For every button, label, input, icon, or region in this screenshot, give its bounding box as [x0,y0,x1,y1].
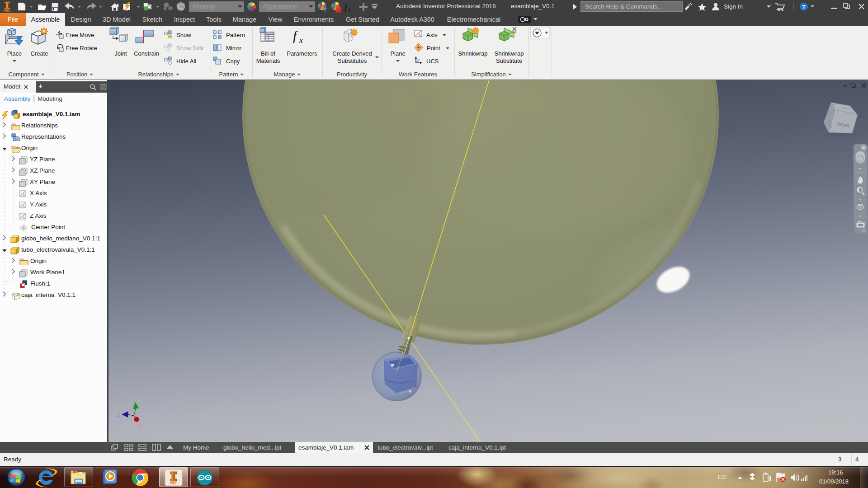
svg-text:PRO: PRO [170,482,176,485]
svg-text:Z: Z [117,412,120,418]
svg-text:?: ? [802,4,806,10]
svg-text:f: f [293,28,298,43]
svg-text:x: x [299,36,303,45]
svg-text:PRO: PRO [4,9,11,12]
svg-text:x: x [348,6,351,12]
svg-text:Y: Y [137,398,141,404]
svg-text:f: f [344,3,348,12]
svg-text:X: X [138,422,142,428]
